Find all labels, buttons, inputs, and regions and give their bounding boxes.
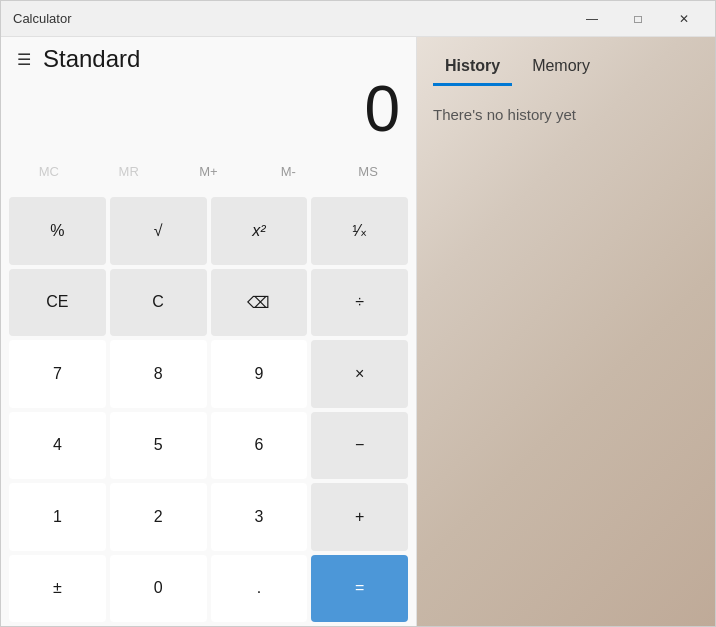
main-content: ☰ Standard 0 MC MR M+ M- MS % √ x² ¹∕ₓ <box>1 37 715 626</box>
panel-tabs: History Memory <box>417 37 715 86</box>
btn-row-5: ± 0 . = <box>9 555 408 623</box>
reciprocal-button[interactable]: ¹∕ₓ <box>311 197 408 265</box>
ms-button[interactable]: MS <box>328 153 408 189</box>
title-bar: Calculator — □ ✕ <box>1 1 715 37</box>
buttons-area: % √ x² ¹∕ₓ CE C ⌫ ÷ 7 8 9 × <box>1 193 416 626</box>
zero-button[interactable]: 0 <box>110 555 207 623</box>
mr-button[interactable]: MR <box>89 153 169 189</box>
calc-mode-title: Standard <box>43 45 140 73</box>
maximize-button[interactable]: □ <box>615 3 661 35</box>
decimal-button[interactable]: . <box>211 555 308 623</box>
clear-button[interactable]: C <box>110 269 207 337</box>
btn-row-4: 1 2 3 + <box>9 483 408 551</box>
btn-row-0: % √ x² ¹∕ₓ <box>9 197 408 265</box>
backspace-button[interactable]: ⌫ <box>211 269 308 337</box>
equals-button[interactable]: = <box>311 555 408 623</box>
square-button[interactable]: x² <box>211 197 308 265</box>
close-button[interactable]: ✕ <box>661 3 707 35</box>
btn-row-1: CE C ⌫ ÷ <box>9 269 408 337</box>
tab-memory[interactable]: Memory <box>520 49 602 86</box>
percent-button[interactable]: % <box>9 197 106 265</box>
window-title: Calculator <box>13 11 569 26</box>
six-button[interactable]: 6 <box>211 412 308 480</box>
nine-button[interactable]: 9 <box>211 340 308 408</box>
minimize-button[interactable]: — <box>569 3 615 35</box>
ce-button[interactable]: CE <box>9 269 106 337</box>
display-value: 0 <box>17 77 400 141</box>
eight-button[interactable]: 8 <box>110 340 207 408</box>
memory-row: MC MR M+ M- MS <box>1 149 416 193</box>
one-button[interactable]: 1 <box>9 483 106 551</box>
multiply-button[interactable]: × <box>311 340 408 408</box>
two-button[interactable]: 2 <box>110 483 207 551</box>
hamburger-icon[interactable]: ☰ <box>17 50 31 69</box>
negate-button[interactable]: ± <box>9 555 106 623</box>
subtract-button[interactable]: − <box>311 412 408 480</box>
btn-row-2: 7 8 9 × <box>9 340 408 408</box>
sqrt-button[interactable]: √ <box>110 197 207 265</box>
calculator-panel: ☰ Standard 0 MC MR M+ M- MS % √ x² ¹∕ₓ <box>1 37 416 626</box>
mplus-button[interactable]: M+ <box>169 153 249 189</box>
five-button[interactable]: 5 <box>110 412 207 480</box>
calc-display: 0 <box>1 77 416 149</box>
tab-history[interactable]: History <box>433 49 512 86</box>
mc-button[interactable]: MC <box>9 153 89 189</box>
seven-button[interactable]: 7 <box>9 340 106 408</box>
calculator-window: Calculator — □ ✕ ☰ Standard 0 MC MR M+ M… <box>0 0 716 627</box>
three-button[interactable]: 3 <box>211 483 308 551</box>
calc-header: ☰ Standard <box>1 37 416 77</box>
window-controls: — □ ✕ <box>569 3 707 35</box>
no-history-text: There's no history yet <box>433 106 576 123</box>
mminus-button[interactable]: M- <box>248 153 328 189</box>
btn-row-3: 4 5 6 − <box>9 412 408 480</box>
divide-button[interactable]: ÷ <box>311 269 408 337</box>
panel-content: There's no history yet <box>417 86 715 626</box>
right-panel: History Memory There's no history yet <box>417 37 715 626</box>
add-button[interactable]: + <box>311 483 408 551</box>
four-button[interactable]: 4 <box>9 412 106 480</box>
